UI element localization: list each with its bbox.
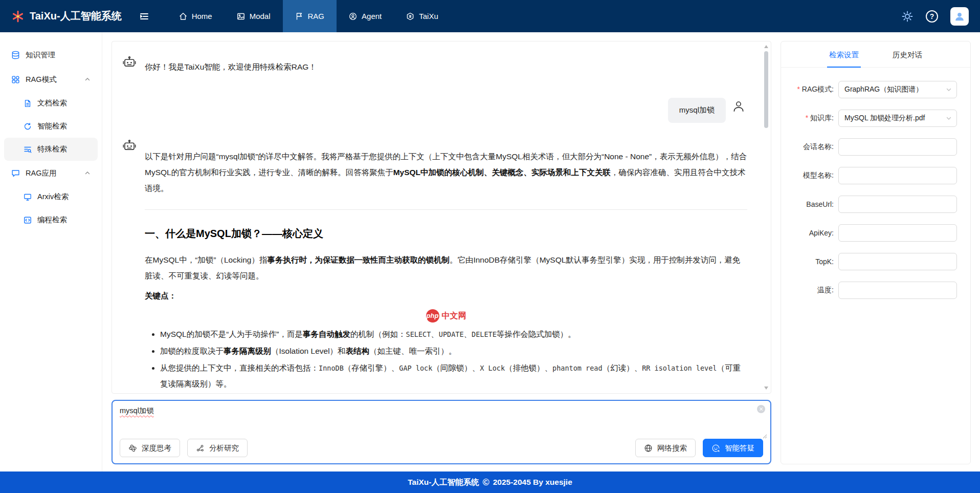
logo-flower-icon	[11, 10, 25, 23]
apikey-input[interactable]	[838, 224, 957, 242]
baseurl-label: BaseUrl:	[781, 200, 838, 208]
monitor-icon	[24, 193, 32, 201]
sidebar-item-label: 知识管理	[26, 50, 55, 60]
sidebar-item-special-search[interactable]: 特殊检索	[4, 138, 98, 161]
nav-item-label: RAG	[308, 12, 325, 20]
chat-input[interactable]: mysql加锁	[120, 406, 763, 435]
rag-mode-label: RAG模式:	[781, 85, 838, 94]
sidebar-item-arxiv-search[interactable]: Arxiv检索	[4, 185, 98, 208]
user-message-bubble: mysql加锁	[668, 98, 726, 123]
retrieval-settings-panel: 检索设置 历史对话 RAG模式: GraphRAG（知识图谱） 知识库: MyS…	[781, 41, 971, 464]
refresh-icon	[24, 122, 32, 131]
home-icon	[179, 12, 187, 20]
content-area: 知识管理 RAG模式 文档检索 智能检索	[0, 32, 980, 471]
footer-text: 2025-2045 By xuesjie	[493, 478, 572, 487]
php-logo-badge: php	[426, 309, 439, 323]
web-search-button[interactable]: 网络搜索	[635, 439, 696, 457]
analyze-research-button[interactable]: 分析研究	[187, 439, 248, 457]
tab-history-chat[interactable]: 历史对话	[890, 41, 924, 67]
chat-input-value: mysql加锁	[120, 406, 154, 415]
resize-handle-icon[interactable]	[762, 434, 767, 439]
chat-scrollbar[interactable]	[763, 43, 769, 392]
bot-message-greeting: 你好！我是TaiXu智能，欢迎使用特殊检索RAG！	[122, 55, 747, 73]
navbar-actions: ?	[901, 7, 969, 26]
chevron-down-icon	[946, 87, 952, 93]
nav-item-label: Agent	[362, 12, 382, 20]
rag-mode-select[interactable]: GraphRAG（知识图谱）	[838, 81, 957, 98]
tab-retrieval-settings[interactable]: 检索设置	[827, 41, 861, 67]
chat-main: 你好！我是TaiXu智能，欢迎使用特殊检索RAG！ mysql加锁 以下是针对用…	[102, 32, 781, 471]
left-sidebar: 知识管理 RAG模式 文档检索 智能检索	[0, 32, 102, 471]
app-title: TaiXu-人工智能系统	[30, 9, 122, 23]
temperature-label: 温度:	[781, 286, 838, 295]
flag-icon	[295, 12, 303, 20]
page-footer: TaiXu-人工智能系统 © 2025-2045 By xuesjie	[0, 471, 980, 493]
sidebar-item-label: 文档检索	[37, 98, 67, 108]
answer-bullet-list: MySQL的加锁不是“人为手动操作”，而是事务自动触发的机制（例如：SELECT…	[160, 326, 747, 392]
form-row-session-name: 会话名称:	[781, 138, 957, 156]
sidebar-item-label: 编程检索	[37, 215, 67, 225]
bullet-item: 从您提供的上下文中，直接相关的术语包括：InnoDB（存储引擎）、GAP loc…	[160, 360, 747, 392]
code-icon	[24, 216, 32, 224]
sidebar-group-label: RAG应用	[26, 168, 56, 178]
nav-item-home[interactable]: Home	[167, 0, 225, 32]
chevron-up-icon	[84, 170, 91, 176]
scroll-up-arrow[interactable]	[764, 45, 768, 48]
sidebar-group-label: RAG模式	[26, 75, 56, 84]
sidebar-item-smart-search[interactable]: 智能检索	[4, 115, 98, 138]
app-logo[interactable]: TaiXu-人工智能系统	[11, 9, 122, 23]
temperature-input[interactable]	[838, 282, 957, 299]
knowledge-base-select[interactable]: MySQL 加锁处理分析.pdf	[838, 110, 957, 127]
chevron-up-icon	[84, 76, 91, 82]
hexagon-icon	[406, 12, 414, 20]
bot-answer-markdown: 以下是针对用户问题“mysql加锁”的详尽中文解答。我将严格基于您提供的上下文（…	[145, 138, 747, 394]
document-icon	[24, 99, 32, 108]
smart-answer-button[interactable]: 智能答疑	[703, 439, 763, 457]
topk-input[interactable]	[838, 253, 957, 270]
sidebar-item-doc-search[interactable]: 文档检索	[4, 92, 98, 115]
model-name-input[interactable]	[838, 167, 957, 184]
sidebar-item-label: 特殊检索	[37, 144, 67, 154]
sidebar-item-knowledge[interactable]: 知识管理	[4, 42, 98, 67]
user-circle-icon	[349, 12, 357, 20]
web-search-label: 网络搜索	[657, 443, 687, 453]
copyright-icon: ©	[482, 477, 489, 488]
grid-icon	[11, 75, 20, 84]
settings-gear-icon[interactable]	[901, 10, 914, 23]
baseurl-input[interactable]	[838, 196, 957, 213]
session-name-input[interactable]	[838, 138, 957, 156]
session-name-label: 会话名称:	[781, 142, 838, 152]
scrollbar-thumb[interactable]	[764, 51, 768, 128]
help-icon[interactable]: ?	[926, 10, 938, 23]
user-avatar[interactable]	[950, 7, 969, 26]
input-action-bar: 深度思考 分析研究 网络搜索	[120, 439, 763, 457]
sidebar-toggle-icon[interactable]	[139, 11, 149, 22]
panel-tabs: 检索设置 历史对话	[781, 41, 970, 68]
clear-input-icon[interactable]: ✕	[757, 405, 765, 413]
php-cn-logo: php 中文网	[145, 308, 747, 324]
sidebar-item-label: Arxiv检索	[37, 192, 69, 202]
globe-icon	[644, 444, 653, 453]
answer-heading-1: 一、什么是MySQL加锁？——核心定义	[145, 223, 747, 244]
knowledge-base-value: MySQL 加锁处理分析.pdf	[844, 114, 925, 123]
apikey-label: ApiKey:	[781, 229, 838, 237]
sidebar-group-rag-mode[interactable]: RAG模式	[4, 67, 98, 92]
sidebar-item-code-search[interactable]: 编程检索	[4, 208, 98, 231]
chevron-down-icon	[946, 115, 952, 121]
form-row-rag-mode: RAG模式: GraphRAG（知识图谱）	[781, 81, 957, 98]
footer-brand: TaiXu-人工智能系统	[408, 477, 479, 488]
sidebar-group-rag-app[interactable]: RAG应用	[4, 161, 98, 185]
nav-item-rag[interactable]: RAG	[283, 0, 337, 32]
database-icon	[11, 51, 20, 59]
list-search-icon	[24, 145, 32, 154]
nav-item-modal[interactable]: Modal	[225, 0, 283, 32]
scroll-down-arrow[interactable]	[764, 387, 768, 390]
chat-history-card: 你好！我是TaiXu智能，欢迎使用特殊检索RAG！ mysql加锁 以下是针对用…	[112, 41, 771, 394]
form-row-temperature: 温度:	[781, 282, 957, 299]
main-nav: Home Modal RAG Agent TaiXu	[167, 0, 451, 32]
sidebar-item-label: 智能检索	[37, 121, 67, 131]
nav-item-taixu[interactable]: TaiXu	[394, 0, 451, 32]
person-avatar-icon	[732, 98, 747, 123]
nav-item-agent[interactable]: Agent	[337, 0, 394, 32]
deep-think-button[interactable]: 深度思考	[120, 439, 180, 457]
